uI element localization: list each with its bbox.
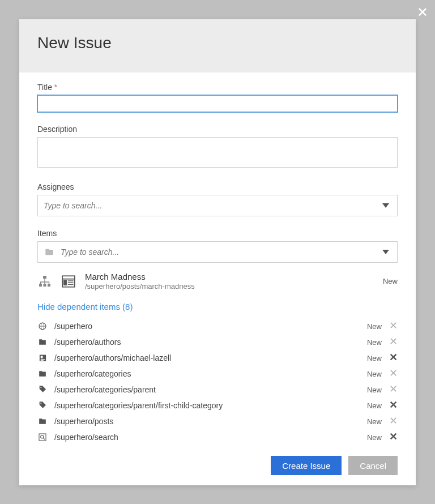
svg-rect-0 (43, 276, 46, 279)
svg-rect-6 (63, 280, 66, 285)
modal-body: Title * Description Assignees Items (19, 72, 416, 446)
svg-rect-19 (39, 434, 46, 441)
remove-dependent-icon[interactable]: ✕ (389, 322, 398, 331)
items-label: Items (37, 229, 398, 238)
title-label-text: Title (37, 83, 52, 92)
dependent-item-path: /superhero/authors (54, 338, 352, 347)
contact-card-icon (37, 353, 48, 363)
modal-header: New Issue (19, 19, 416, 72)
items-combo[interactable] (37, 241, 398, 263)
page-icon (60, 274, 77, 289)
remove-dependent-icon[interactable]: ✕ (389, 417, 398, 426)
dependent-item-status: New (359, 433, 382, 442)
dependent-item: /superhero/categoriesNew✕ (37, 366, 398, 382)
title-input[interactable] (37, 95, 398, 112)
dependent-items-list: /superheroNew✕/superhero/authorsNew✕/sup… (37, 318, 398, 445)
folder-icon (37, 337, 48, 347)
new-issue-modal: New Issue Title * Description Assignees … (19, 19, 416, 485)
dependent-item-path: /superhero/categories/parent (54, 385, 352, 394)
cancel-button[interactable]: Cancel (348, 456, 398, 475)
dependent-item-path: /superhero/search (54, 433, 352, 442)
remove-dependent-icon[interactable]: ✕ (389, 401, 398, 410)
svg-rect-3 (48, 284, 50, 287)
dependent-item-path: /superhero/categories (54, 369, 352, 378)
chevron-down-icon (382, 203, 389, 208)
remove-dependent-icon[interactable]: ✕ (389, 369, 398, 378)
dependent-item-status: New (359, 402, 382, 410)
modal-title: New Issue (37, 34, 398, 52)
svg-line-21 (43, 438, 45, 439)
dependent-item-path: /superhero/authors/michael-lazell (54, 353, 352, 362)
remove-dependent-icon[interactable]: ✕ (389, 433, 398, 442)
svg-rect-2 (44, 284, 46, 287)
description-field: Description (37, 125, 398, 170)
folder-icon (37, 369, 48, 379)
dependent-item: /superhero/searchNew✕ (37, 429, 398, 445)
selected-item: March Madness /superhero/posts/march-mad… (37, 272, 398, 291)
dependent-item-status: New (359, 386, 382, 394)
items-field: Items (37, 229, 398, 263)
dependent-item-status: New (359, 354, 382, 362)
selected-item-meta: March Madness /superhero/posts/march-mad… (85, 272, 375, 291)
svg-rect-14 (40, 356, 42, 358)
svg-point-20 (41, 435, 44, 438)
folder-icon (44, 247, 55, 257)
dependent-item: /superhero/authors/michael-lazellNew✕ (37, 350, 398, 366)
required-asterisk: * (54, 83, 57, 92)
assignees-input[interactable] (44, 201, 391, 210)
items-input[interactable] (61, 247, 391, 257)
svg-point-17 (40, 387, 41, 388)
title-field: Title * (37, 83, 398, 112)
assignees-combo[interactable] (37, 195, 398, 216)
selected-item-path: /superhero/posts/march-madness (85, 282, 375, 291)
title-label: Title * (37, 83, 398, 92)
assignees-label: Assignees (37, 182, 398, 191)
dependent-item: /superhero/categories/parent/first-child… (37, 398, 398, 413)
dependent-item: /superheroNew✕ (37, 318, 398, 334)
dependent-item: /superhero/postsNew✕ (37, 413, 398, 429)
sitemap-icon (37, 275, 52, 288)
selected-item-title: March Madness (85, 272, 375, 281)
dependent-item-status: New (359, 370, 382, 378)
dependent-item-status: New (359, 322, 382, 331)
svg-rect-1 (39, 284, 42, 287)
remove-dependent-icon[interactable]: ✕ (389, 338, 398, 347)
assignees-field: Assignees (37, 182, 398, 216)
dependent-item-status: New (359, 338, 382, 347)
remove-dependent-icon[interactable]: ✕ (389, 385, 398, 394)
chevron-down-icon (382, 250, 389, 254)
dependent-item: /superhero/categories/parentNew✕ (37, 382, 398, 398)
dependent-item-path: /superhero/categories/parent/first-child… (54, 401, 352, 410)
tag-icon (37, 385, 48, 395)
search-page-icon (37, 432, 48, 442)
globe-icon (37, 321, 48, 331)
description-label: Description (37, 125, 398, 134)
description-input[interactable] (37, 137, 398, 168)
dependent-item-status: New (359, 417, 382, 426)
close-icon[interactable]: ✕ (417, 5, 428, 20)
folder-icon (37, 416, 48, 426)
toggle-dependents-link[interactable]: Hide dependent items (8) (37, 302, 133, 311)
dependent-item: /superhero/authorsNew✕ (37, 334, 398, 350)
dependent-item-path: /superhero/posts (54, 417, 352, 426)
modal-footer: Create Issue Cancel (19, 446, 416, 485)
create-issue-button[interactable]: Create Issue (271, 456, 342, 475)
remove-dependent-icon[interactable]: ✕ (389, 353, 398, 362)
selected-item-status: New (383, 277, 398, 285)
tag-icon (37, 400, 48, 411)
dependent-item-path: /superhero (54, 322, 352, 331)
svg-point-18 (40, 403, 41, 404)
